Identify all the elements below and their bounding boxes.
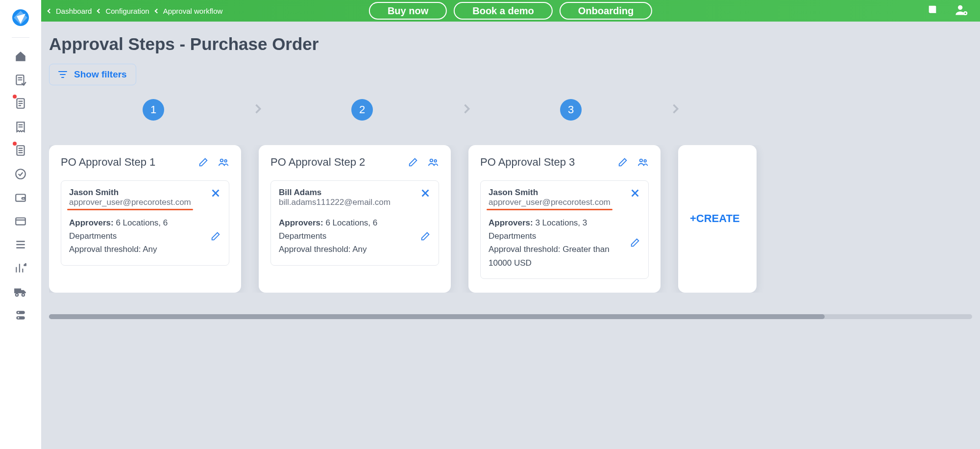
remove-approver-icon[interactable] — [420, 188, 431, 200]
edit-approver-icon[interactable] — [420, 231, 431, 242]
breadcrumb-label: Configuration — [105, 7, 149, 15]
step-card-title: PO Approval Step 1 — [61, 156, 155, 169]
create-step-button[interactable]: +CREATE — [678, 145, 757, 293]
horizontal-scrollbar[interactable] — [49, 314, 972, 319]
svg-point-8 — [22, 294, 24, 296]
approver-name: Bill Adams — [279, 188, 391, 198]
sidebar-item-orders[interactable] — [6, 92, 35, 115]
docs-icon[interactable] — [927, 4, 938, 17]
svg-rect-10 — [16, 316, 24, 320]
svg-point-17 — [224, 160, 227, 162]
edit-step-icon[interactable] — [408, 157, 418, 168]
user-settings-icon[interactable] — [955, 3, 968, 19]
breadcrumb-approval-workflow[interactable]: Approval workflow — [155, 7, 223, 15]
sidebar-item-wallet[interactable] — [6, 186, 35, 209]
sidebar-divider — [12, 37, 29, 38]
show-filters-button[interactable]: Show filters — [49, 64, 136, 85]
svg-rect-6 — [16, 218, 25, 225]
approvers-label: Approvers: — [69, 218, 114, 227]
sidebar-item-home[interactable] — [6, 45, 35, 68]
approval-threshold: Approval threshold: Any — [69, 243, 202, 256]
breadcrumb-label: Dashboard — [56, 7, 92, 15]
breadcrumb-label: Approval workflow — [163, 7, 223, 15]
approver-name: Jason Smith — [489, 188, 611, 198]
book-demo-button[interactable]: Book a demo — [454, 2, 553, 20]
onboarding-button[interactable]: Onboarding — [560, 2, 652, 20]
sidebar-item-approvals[interactable] — [6, 162, 35, 186]
svg-point-7 — [16, 294, 18, 296]
svg-point-4 — [16, 169, 25, 179]
svg-rect-9 — [16, 311, 24, 314]
remove-approver-icon[interactable] — [630, 188, 640, 200]
edit-step-icon[interactable] — [198, 157, 209, 168]
approver-email: approver_user@precorotest.com — [489, 198, 611, 207]
step-number-2: 2 — [351, 99, 373, 121]
breadcrumb-configuration[interactable]: Configuration — [98, 7, 149, 15]
approvers-icon[interactable] — [427, 157, 439, 168]
chevron-right-icon — [668, 102, 682, 118]
step-card-title: PO Approval Step 3 — [480, 156, 575, 169]
step-card-title: PO Approval Step 2 — [270, 156, 365, 169]
svg-point-20 — [640, 159, 643, 162]
approver-email: approver_user@precorotest.com — [69, 198, 191, 207]
sidebar-item-invoices[interactable] — [6, 139, 35, 162]
app-logo-icon[interactable] — [12, 9, 29, 26]
step-card-1: PO Approval Step 1 — [49, 145, 241, 293]
svg-point-16 — [220, 159, 223, 162]
step-card-2: PO Approval Step 2 — [259, 145, 451, 293]
breadcrumb: Dashboard Configuration Approval workflo… — [48, 7, 222, 15]
sidebar-item-requests[interactable] — [6, 68, 35, 92]
step-card-3: PO Approval Step 3 — [468, 145, 661, 293]
topbar: Dashboard Configuration Approval workflo… — [41, 0, 980, 22]
create-step-label: +CREATE — [690, 212, 740, 225]
svg-point-11 — [18, 312, 19, 313]
approvers-label: Approvers: — [279, 218, 323, 227]
edit-step-icon[interactable] — [617, 157, 628, 168]
page-content: Approval Steps - Purchase Order Show fil… — [41, 22, 980, 449]
edit-approver-icon[interactable] — [630, 237, 640, 248]
approval-threshold: Approval threshold: Greater than 10000 U… — [489, 243, 622, 269]
svg-point-12 — [18, 317, 19, 319]
sidebar-item-receipts[interactable] — [6, 115, 35, 139]
sidebar-item-menu[interactable] — [6, 233, 35, 256]
svg-point-18 — [430, 159, 433, 162]
svg-point-19 — [434, 160, 437, 162]
filter-icon — [58, 71, 67, 78]
svg-point-13 — [958, 5, 962, 10]
approvers-icon[interactable] — [218, 157, 229, 168]
sidebar-item-integration[interactable] — [6, 303, 35, 327]
approver-name: Jason Smith — [69, 188, 191, 198]
step-number-3: 3 — [560, 99, 582, 121]
step-cards-row: PO Approval Step 1 — [49, 145, 980, 293]
sidebar-item-reports[interactable] — [6, 256, 35, 280]
edit-approver-icon[interactable] — [210, 231, 221, 242]
svg-point-21 — [644, 160, 646, 162]
page-title: Approval Steps - Purchase Order — [49, 34, 980, 54]
approver-email: bill.adams111222@email.com — [279, 198, 391, 207]
show-filters-label: Show filters — [74, 69, 127, 80]
buy-now-button[interactable]: Buy now — [369, 2, 447, 20]
approvers-label: Approvers: — [489, 218, 533, 227]
approvers-icon[interactable] — [637, 157, 649, 168]
svg-point-15 — [965, 12, 966, 14]
approval-threshold: Approval threshold: Any — [279, 243, 412, 256]
step-number-row: 1 2 3 — [49, 99, 980, 121]
sidebar-item-card[interactable] — [6, 209, 35, 233]
sidebar — [0, 0, 41, 449]
step-number-1: 1 — [143, 99, 164, 121]
breadcrumb-dashboard[interactable]: Dashboard — [48, 7, 92, 15]
sidebar-item-shipping[interactable] — [6, 280, 35, 303]
horizontal-scrollbar-thumb[interactable] — [49, 314, 825, 319]
remove-approver-icon[interactable] — [210, 188, 221, 200]
